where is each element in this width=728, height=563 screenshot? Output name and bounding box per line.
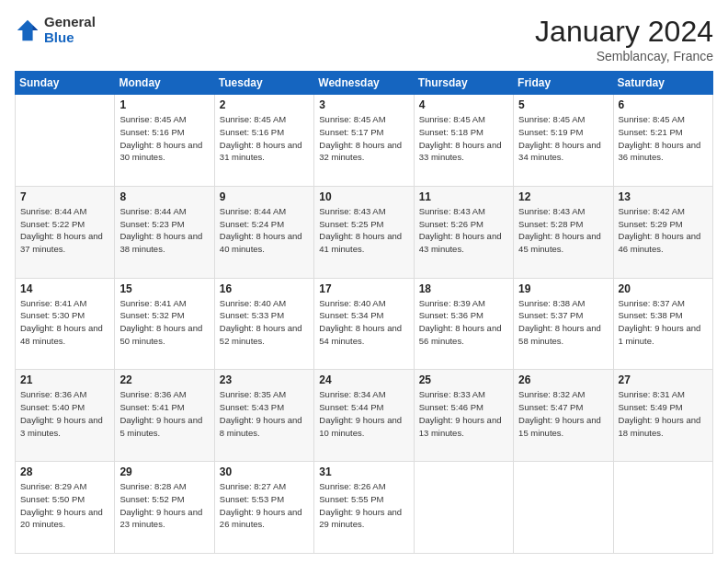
calendar-cell: [514, 462, 613, 554]
page: General Blue January 2024 Semblancay, Fr…: [0, 0, 728, 563]
calendar-cell: 25Sunrise: 8:33 AMSunset: 5:46 PMDayligh…: [414, 370, 513, 462]
day-number: 28: [20, 465, 109, 478]
calendar-cell: 27Sunrise: 8:31 AMSunset: 5:49 PMDayligh…: [613, 370, 712, 462]
day-info: Sunrise: 8:37 AMSunset: 5:38 PMDaylight:…: [619, 297, 708, 348]
calendar-week-row: 7Sunrise: 8:44 AMSunset: 5:22 PMDaylight…: [16, 186, 713, 278]
calendar-cell: 16Sunrise: 8:40 AMSunset: 5:33 PMDayligh…: [214, 278, 313, 370]
column-header-saturday: Saturday: [613, 72, 712, 95]
column-header-friday: Friday: [514, 72, 613, 95]
calendar-cell: 7Sunrise: 8:44 AMSunset: 5:22 PMDaylight…: [16, 186, 115, 278]
day-info: Sunrise: 8:43 AMSunset: 5:26 PMDaylight:…: [419, 205, 508, 256]
column-header-wednesday: Wednesday: [314, 72, 414, 95]
day-number: 14: [20, 282, 109, 295]
day-info: Sunrise: 8:39 AMSunset: 5:36 PMDaylight:…: [419, 297, 508, 348]
day-info: Sunrise: 8:43 AMSunset: 5:25 PMDaylight:…: [319, 205, 408, 256]
calendar-cell: 15Sunrise: 8:41 AMSunset: 5:32 PMDayligh…: [115, 278, 214, 370]
day-number: 4: [419, 98, 508, 111]
column-header-sunday: Sunday: [16, 72, 115, 95]
calendar-cell: 22Sunrise: 8:36 AMSunset: 5:41 PMDayligh…: [115, 370, 214, 462]
day-info: Sunrise: 8:45 AMSunset: 5:16 PMDaylight:…: [119, 113, 209, 164]
day-number: 19: [518, 282, 608, 295]
calendar-cell: 11Sunrise: 8:43 AMSunset: 5:26 PMDayligh…: [414, 186, 513, 278]
day-info: Sunrise: 8:45 AMSunset: 5:16 PMDaylight:…: [220, 113, 309, 164]
day-number: 1: [119, 98, 209, 111]
day-info: Sunrise: 8:31 AMSunset: 5:49 PMDaylight:…: [619, 388, 708, 439]
day-number: 22: [119, 373, 209, 386]
calendar-cell: 29Sunrise: 8:28 AMSunset: 5:52 PMDayligh…: [115, 462, 214, 554]
calendar-cell: 9Sunrise: 8:44 AMSunset: 5:24 PMDaylight…: [214, 186, 313, 278]
day-number: 5: [518, 98, 608, 111]
calendar-cell: 5Sunrise: 8:45 AMSunset: 5:19 PMDaylight…: [514, 95, 613, 187]
calendar-cell: [414, 462, 513, 554]
calendar-cell: 8Sunrise: 8:44 AMSunset: 5:23 PMDaylight…: [115, 186, 214, 278]
column-header-tuesday: Tuesday: [214, 72, 313, 95]
day-number: 11: [419, 190, 508, 203]
day-number: 31: [319, 465, 408, 478]
logo-blue-text: Blue: [44, 30, 96, 46]
day-info: Sunrise: 8:43 AMSunset: 5:28 PMDaylight:…: [518, 205, 608, 256]
day-info: Sunrise: 8:42 AMSunset: 5:29 PMDaylight:…: [619, 205, 708, 256]
calendar-cell: 21Sunrise: 8:36 AMSunset: 5:40 PMDayligh…: [16, 370, 115, 462]
day-info: Sunrise: 8:44 AMSunset: 5:22 PMDaylight:…: [20, 205, 109, 256]
calendar-week-row: 14Sunrise: 8:41 AMSunset: 5:30 PMDayligh…: [16, 278, 713, 370]
day-info: Sunrise: 8:36 AMSunset: 5:41 PMDaylight:…: [119, 388, 209, 439]
calendar-table: SundayMondayTuesdayWednesdayThursdayFrid…: [15, 71, 713, 554]
calendar-cell: 17Sunrise: 8:40 AMSunset: 5:34 PMDayligh…: [314, 278, 414, 370]
calendar-cell: 4Sunrise: 8:45 AMSunset: 5:18 PMDaylight…: [414, 95, 513, 187]
calendar-header-row: SundayMondayTuesdayWednesdayThursdayFrid…: [16, 72, 713, 95]
calendar-cell: [16, 95, 115, 187]
calendar-cell: 23Sunrise: 8:35 AMSunset: 5:43 PMDayligh…: [214, 370, 313, 462]
day-number: 13: [619, 190, 708, 203]
calendar-cell: 20Sunrise: 8:37 AMSunset: 5:38 PMDayligh…: [613, 278, 712, 370]
column-header-thursday: Thursday: [414, 72, 513, 95]
day-info: Sunrise: 8:26 AMSunset: 5:55 PMDaylight:…: [319, 480, 408, 531]
day-number: 25: [419, 373, 508, 386]
day-info: Sunrise: 8:40 AMSunset: 5:33 PMDaylight:…: [220, 297, 309, 348]
calendar-cell: 10Sunrise: 8:43 AMSunset: 5:25 PMDayligh…: [314, 186, 414, 278]
calendar-cell: 3Sunrise: 8:45 AMSunset: 5:17 PMDaylight…: [314, 95, 414, 187]
calendar-cell: 24Sunrise: 8:34 AMSunset: 5:44 PMDayligh…: [314, 370, 414, 462]
day-info: Sunrise: 8:33 AMSunset: 5:46 PMDaylight:…: [419, 388, 508, 439]
logo: General Blue: [15, 15, 96, 45]
day-number: 26: [518, 373, 608, 386]
day-info: Sunrise: 8:40 AMSunset: 5:34 PMDaylight:…: [319, 297, 408, 348]
day-number: 27: [619, 373, 708, 386]
logo-general-text: General: [44, 15, 96, 30]
logo-icon: [15, 17, 40, 43]
day-number: 16: [220, 282, 309, 295]
location: Semblancay, France: [535, 49, 713, 63]
day-number: 7: [20, 190, 109, 203]
day-info: Sunrise: 8:45 AMSunset: 5:18 PMDaylight:…: [419, 113, 508, 164]
day-info: Sunrise: 8:28 AMSunset: 5:52 PMDaylight:…: [119, 480, 209, 531]
calendar-cell: 1Sunrise: 8:45 AMSunset: 5:16 PMDaylight…: [115, 95, 214, 187]
day-info: Sunrise: 8:45 AMSunset: 5:21 PMDaylight:…: [619, 113, 708, 164]
day-info: Sunrise: 8:29 AMSunset: 5:50 PMDaylight:…: [20, 480, 109, 531]
day-number: 29: [119, 465, 209, 478]
day-info: Sunrise: 8:41 AMSunset: 5:32 PMDaylight:…: [119, 297, 209, 348]
title-block: January 2024 Semblancay, France: [535, 15, 713, 63]
day-number: 12: [518, 190, 608, 203]
day-info: Sunrise: 8:32 AMSunset: 5:47 PMDaylight:…: [518, 388, 608, 439]
day-number: 6: [619, 98, 708, 111]
column-header-monday: Monday: [115, 72, 214, 95]
day-info: Sunrise: 8:44 AMSunset: 5:23 PMDaylight:…: [119, 205, 209, 256]
day-number: 20: [619, 282, 708, 295]
calendar-cell: 19Sunrise: 8:38 AMSunset: 5:37 PMDayligh…: [514, 278, 613, 370]
day-number: 8: [119, 190, 209, 203]
calendar-cell: 2Sunrise: 8:45 AMSunset: 5:16 PMDaylight…: [214, 95, 313, 187]
day-info: Sunrise: 8:45 AMSunset: 5:17 PMDaylight:…: [319, 113, 408, 164]
day-number: 24: [319, 373, 408, 386]
day-number: 21: [20, 373, 109, 386]
calendar-cell: 14Sunrise: 8:41 AMSunset: 5:30 PMDayligh…: [16, 278, 115, 370]
day-number: 2: [220, 98, 309, 111]
day-info: Sunrise: 8:34 AMSunset: 5:44 PMDaylight:…: [319, 388, 408, 439]
day-number: 23: [220, 373, 309, 386]
calendar-cell: 30Sunrise: 8:27 AMSunset: 5:53 PMDayligh…: [214, 462, 313, 554]
calendar-cell: 12Sunrise: 8:43 AMSunset: 5:28 PMDayligh…: [514, 186, 613, 278]
calendar-cell: 28Sunrise: 8:29 AMSunset: 5:50 PMDayligh…: [16, 462, 115, 554]
calendar-cell: 6Sunrise: 8:45 AMSunset: 5:21 PMDaylight…: [613, 95, 712, 187]
calendar-cell: [613, 462, 712, 554]
calendar-week-row: 21Sunrise: 8:36 AMSunset: 5:40 PMDayligh…: [16, 370, 713, 462]
day-info: Sunrise: 8:27 AMSunset: 5:53 PMDaylight:…: [220, 480, 309, 531]
day-number: 10: [319, 190, 408, 203]
